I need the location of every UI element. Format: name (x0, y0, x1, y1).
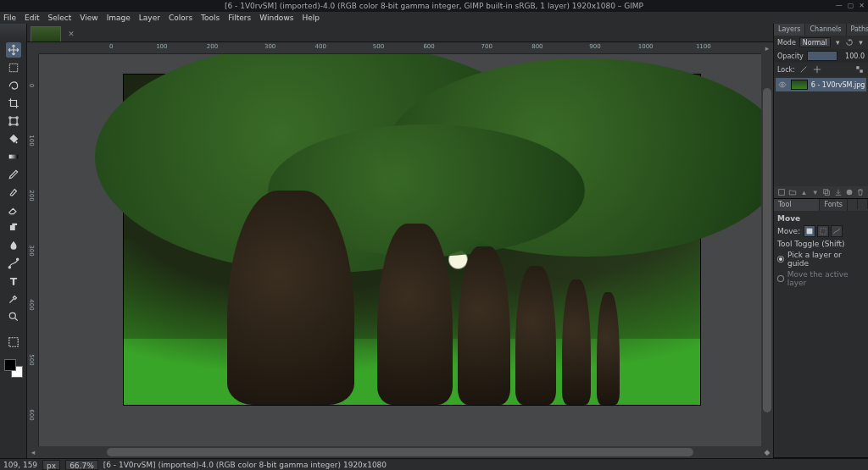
lower-layer-icon[interactable]: ▾ (810, 187, 821, 197)
chevron-down-icon[interactable]: ▾ (857, 37, 865, 47)
ruler-tick: 800 (531, 43, 542, 50)
opacity-slider[interactable] (807, 51, 837, 61)
delete-layer-icon[interactable] (855, 187, 865, 197)
text-tool[interactable] (6, 274, 21, 289)
ruler-tick: 200 (207, 43, 218, 50)
bucket-fill-tool[interactable] (6, 131, 21, 147)
image-content[interactable] (124, 75, 700, 405)
move-path-mode-icon[interactable] (831, 225, 843, 237)
color-swatches[interactable] (4, 359, 23, 378)
menu-layer[interactable]: Layer (139, 14, 160, 22)
window-minimize-icon[interactable]: — (836, 0, 843, 12)
zoom-select[interactable]: 66.7% (65, 460, 98, 470)
history-tab-icon[interactable] (858, 199, 868, 209)
radio-pick-layer[interactable]: Pick a layer or guide (777, 251, 865, 268)
nav-left-icon[interactable]: ◂ (27, 446, 39, 458)
window-maximize-icon[interactable]: ▢ (848, 0, 854, 12)
paintbrush-tool[interactable] (6, 185, 21, 200)
visibility-eye-icon[interactable] (777, 80, 787, 90)
unit-select[interactable]: px (42, 460, 60, 470)
radio-move-active[interactable]: Move the active layer (777, 270, 865, 287)
transform-tool[interactable] (6, 113, 21, 129)
ruler-tick: 900 (589, 43, 600, 50)
tab-channels[interactable]: Channels (805, 24, 846, 36)
layer-row[interactable]: 6 - 1V0rvSM.jpg (776, 78, 866, 91)
svg-rect-16 (826, 191, 830, 195)
image-tab-close-icon[interactable]: ✕ (66, 26, 76, 41)
foreground-color-swatch[interactable] (4, 359, 16, 371)
scrollbar-thumb[interactable] (107, 448, 693, 456)
eraser-tool[interactable] (6, 202, 21, 218)
menu-file[interactable]: File (3, 14, 16, 22)
window-close-icon[interactable]: ✕ (859, 0, 865, 12)
ruler-tick: 400 (28, 300, 35, 311)
radio-label: Move the active layer (787, 270, 865, 287)
menu-select[interactable]: Select (48, 14, 72, 22)
layer-name[interactable]: 6 - 1V0rvSM.jpg (811, 81, 865, 89)
free-select-tool[interactable] (6, 78, 21, 93)
opacity-value[interactable]: 100.0 (841, 53, 865, 60)
right-docks: Layers Channels Paths Mode Normal ▾ ▾ Op… (773, 24, 868, 458)
layer-list[interactable]: 6 - 1V0rvSM.jpg (774, 76, 868, 135)
canvas-viewport[interactable] (39, 54, 761, 446)
move-selection-mode-icon[interactable] (817, 225, 829, 237)
ruler-tick: 1000 (638, 43, 654, 50)
smudge-tool[interactable] (6, 238, 21, 253)
image-tab[interactable] (31, 26, 61, 41)
pencil-tool[interactable] (6, 167, 21, 182)
nav-right-icon[interactable]: ▸ (761, 42, 773, 54)
mask-icon[interactable] (844, 187, 854, 197)
menu-image[interactable]: Image (107, 14, 131, 22)
new-layer-icon[interactable] (776, 187, 787, 197)
tab-layers[interactable]: Layers (774, 24, 805, 36)
ruler-horizontal[interactable]: 0 100 200 300 400 500 600 700 800 900 10… (39, 42, 761, 54)
mode-reset-icon[interactable] (845, 37, 854, 47)
new-group-icon[interactable] (787, 187, 798, 197)
color-picker-tool[interactable] (6, 291, 21, 307)
path-tool[interactable] (6, 256, 21, 271)
rect-select-tool[interactable] (6, 60, 21, 75)
svg-rect-10 (8, 338, 18, 347)
scrollbar-thumb[interactable] (763, 88, 771, 412)
menu-view[interactable]: View (80, 14, 97, 22)
blend-mode-select[interactable]: Normal (799, 37, 831, 47)
merge-down-icon[interactable] (833, 187, 843, 197)
raise-layer-icon[interactable]: ▴ (798, 187, 809, 197)
svg-point-8 (16, 258, 18, 260)
ruler-tick: 700 (481, 43, 492, 50)
gradient-tool[interactable] (6, 149, 21, 164)
ruler-vertical[interactable]: 0 100 200 300 400 500 600 (27, 54, 39, 446)
menu-edit[interactable]: Edit (25, 14, 39, 22)
lock-pixels-icon[interactable] (798, 64, 809, 75)
clone-tool[interactable] (6, 220, 21, 235)
crop-tool[interactable] (6, 96, 21, 111)
blend-mode-label: Mode (777, 39, 796, 47)
menu-filters[interactable]: Filters (228, 14, 251, 22)
move-tool[interactable] (6, 42, 21, 58)
brush-tab-icon[interactable] (848, 199, 858, 209)
chevron-down-icon[interactable]: ▾ (834, 37, 842, 47)
menu-bar: File Edit Select View Image Layer Colors… (0, 12, 868, 24)
foreground-picker-icon[interactable] (6, 335, 21, 350)
scrollbar-vertical[interactable] (761, 54, 773, 446)
tab-tool-options[interactable]: Tool Options (774, 199, 820, 211)
menu-tools[interactable]: Tools (201, 14, 220, 22)
scrollbar-horizontal[interactable] (39, 446, 761, 458)
svg-rect-6 (8, 155, 18, 159)
duplicate-layer-icon[interactable] (821, 187, 832, 197)
zoom-tool[interactable] (6, 309, 21, 324)
ruler-tick: 100 (28, 135, 35, 146)
menu-help[interactable]: Help (302, 14, 320, 22)
image-tabs: ✕ (27, 24, 773, 42)
menu-colors[interactable]: Colors (169, 14, 192, 22)
tab-paths[interactable]: Paths (847, 24, 869, 36)
svg-point-9 (9, 312, 15, 318)
tab-fonts[interactable]: Fonts (820, 199, 848, 211)
radio-label: Pick a layer or guide (787, 251, 865, 268)
move-layer-mode-icon[interactable] (804, 225, 815, 237)
lock-alpha-icon[interactable] (854, 64, 865, 75)
lock-position-icon[interactable] (812, 64, 822, 75)
menu-windows[interactable]: Windows (259, 14, 293, 22)
layer-thumbnail[interactable] (791, 80, 808, 90)
nav-menu-icon[interactable]: ◆ (761, 446, 773, 458)
